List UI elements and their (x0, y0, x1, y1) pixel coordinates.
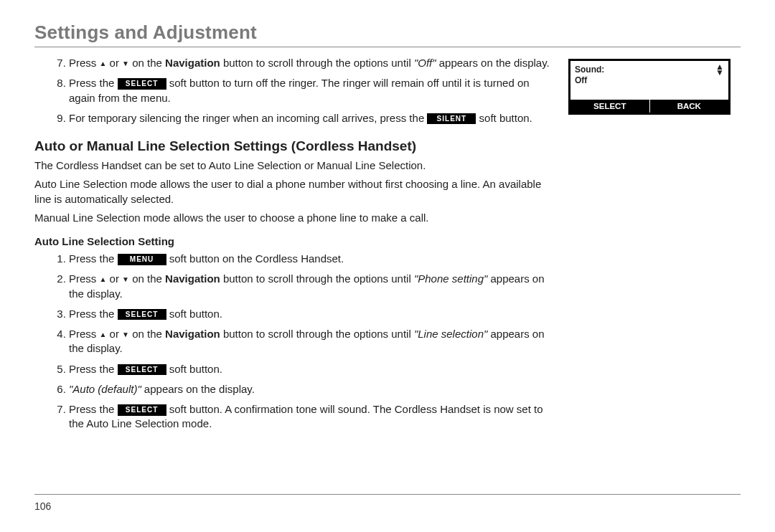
display-sound-label: Sound: (575, 65, 604, 75)
section-p2: Auto Line Selection mode allows the user… (34, 177, 554, 206)
divider-top (34, 47, 741, 47)
select-key-icon: SELECT (118, 364, 166, 376)
page-title: Settings and Adjustment (34, 22, 741, 44)
auto-step-2: Press ▲ or ▼ on the Navigation button to… (69, 272, 554, 301)
auto-step-5: Press the SELECT soft button. (69, 362, 554, 376)
up-arrow-icon: ▲ (100, 275, 107, 283)
up-arrow-icon: ▲ (100, 60, 107, 67)
auto-step-1: Press the MENU soft button on the Cordle… (69, 252, 554, 266)
menu-key-icon: MENU (118, 254, 166, 265)
down-arrow-icon: ▼ (122, 60, 129, 67)
select-key-icon: SELECT (118, 78, 166, 90)
step-8: Press the SELECT soft button to turn off… (69, 76, 554, 105)
auto-step-7: Press the SELECT soft button. A confirma… (69, 402, 554, 432)
section-heading: Auto or Manual Line Selection Settings (… (34, 138, 554, 154)
down-arrow-icon: ▼ (122, 331, 129, 338)
silent-key-icon: SILENT (427, 113, 476, 125)
auto-step-6: "Auto (default)" appears on the display. (69, 382, 554, 396)
down-arrow-icon: ▼ (122, 275, 129, 283)
auto-steps-list: Press the MENU soft button on the Cordle… (34, 252, 554, 432)
select-key-icon: SELECT (118, 309, 166, 320)
auto-step-4: Press ▲ or ▼ on the Navigation button to… (69, 327, 554, 356)
page-number: 106 (34, 500, 741, 512)
select-key-icon: SELECT (118, 404, 166, 416)
divider-bottom (34, 494, 741, 495)
updown-arrow-icon: ▲▼ (715, 64, 724, 75)
display-footer-select: SELECT (570, 100, 649, 113)
section-p1: The Cordless Handset can be set to Auto … (34, 158, 554, 173)
phone-display: Sound: ▲▼ Off SELECT BACK (568, 59, 731, 115)
display-footer-back: BACK (650, 100, 729, 113)
display-value: Off (575, 75, 724, 85)
sub-heading: Auto Line Selection Setting (34, 235, 554, 247)
up-arrow-icon: ▲ (100, 331, 107, 338)
step-9: For temporary silencing the ringer when … (69, 111, 554, 125)
top-steps-list: Press ▲ or ▼ on the Navigation button to… (34, 56, 554, 125)
auto-step-3: Press the SELECT soft button. (69, 307, 554, 321)
section-p3: Manual Line Selection mode allows the us… (34, 211, 554, 225)
step-7: Press ▲ or ▼ on the Navigation button to… (69, 56, 554, 70)
